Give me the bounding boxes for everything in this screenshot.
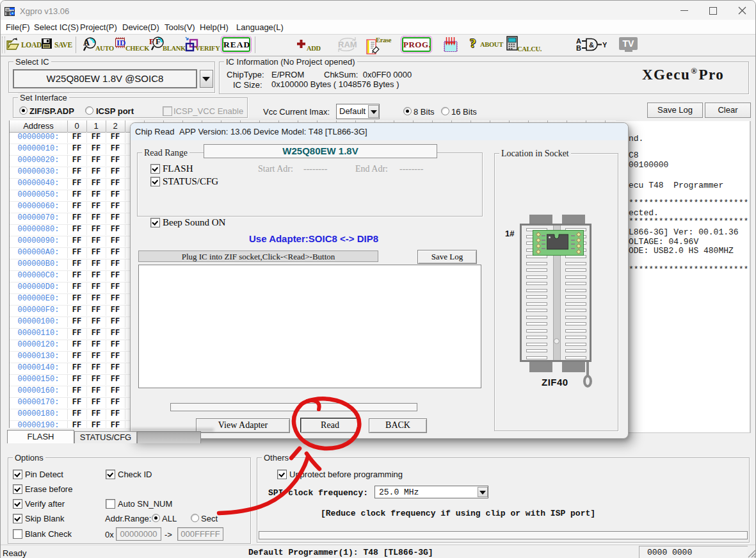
svg-text:B: B [576, 44, 581, 52]
svg-text:ID: ID [117, 38, 125, 47]
svg-text:A: A [83, 38, 90, 47]
svg-text:F: F [149, 37, 154, 46]
svg-text:F: F [156, 37, 161, 46]
svg-text:Y: Y [602, 41, 607, 49]
svg-text:&: & [589, 41, 594, 49]
